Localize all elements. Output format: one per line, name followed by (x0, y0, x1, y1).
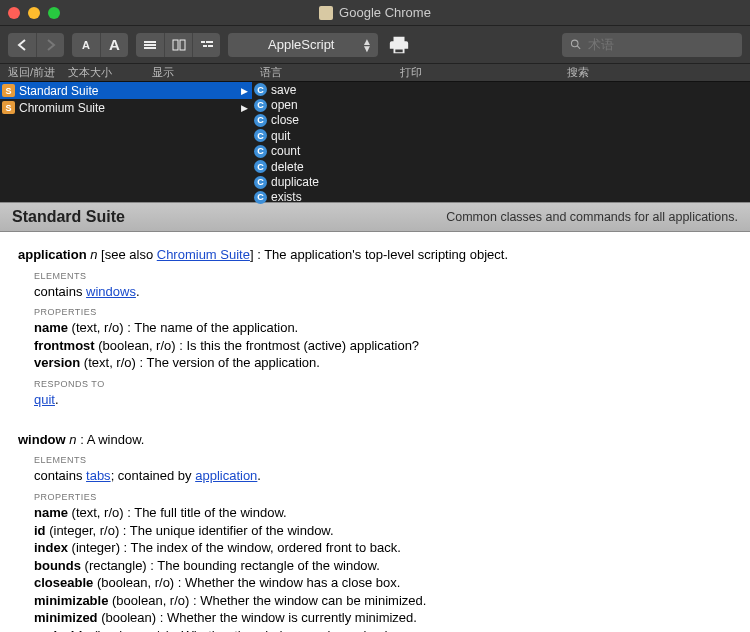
command-badge-icon: C (254, 129, 267, 142)
chevron-updown-icon: ▲▼ (362, 38, 372, 52)
responds-link[interactable]: quit (34, 392, 55, 407)
property-line: resizable (boolean, r/o) : Whether the w… (34, 627, 732, 632)
command-name: quit (271, 129, 290, 143)
label-language: 语言 (260, 65, 400, 80)
command-name: exists (271, 190, 302, 204)
traffic-lights (8, 7, 60, 19)
svg-rect-7 (203, 45, 207, 47)
class-headline: window n : A window. (18, 431, 732, 449)
elements-label: ELEMENTS (34, 454, 732, 466)
suite-row[interactable]: SStandard Suite▶ (0, 82, 252, 99)
property-line: name (text, r/o) : The full title of the… (34, 504, 732, 522)
close-window-button[interactable] (8, 7, 20, 19)
property-line: id (integer, r/o) : The unique identifie… (34, 522, 732, 540)
command-badge-icon: C (254, 191, 267, 204)
elements-link[interactable]: application (195, 468, 257, 483)
view-columns-button[interactable] (164, 33, 192, 57)
chevron-right-icon: ▶ (241, 86, 248, 96)
command-name: open (271, 98, 298, 112)
app-icon (319, 6, 333, 20)
elements-line: contains windows. (34, 283, 732, 301)
zoom-window-button[interactable] (48, 7, 60, 19)
command-row[interactable]: Cexists (252, 190, 750, 205)
view-list-button[interactable] (136, 33, 164, 57)
svg-rect-2 (144, 47, 156, 49)
suites-column: SStandard Suite▶SChromium Suite▶ (0, 82, 252, 202)
toolbar-labels: 返回/前进 文本大小 显示 语言 打印 搜索 (0, 64, 750, 82)
view-segment (136, 33, 220, 57)
command-row[interactable]: Ccount (252, 144, 750, 159)
search-input[interactable] (588, 37, 734, 52)
window-title-text: Google Chrome (339, 5, 431, 20)
doc-body: application n [see also Chromium Suite] … (0, 232, 750, 632)
suite-badge-icon: S (2, 101, 15, 114)
elements-label: ELEMENTS (34, 270, 732, 282)
properties-label: PROPERTIES (34, 491, 732, 503)
svg-rect-0 (144, 41, 156, 43)
elements-link[interactable]: windows (86, 284, 136, 299)
command-name: delete (271, 160, 304, 174)
svg-rect-5 (201, 41, 205, 43)
print-button[interactable] (386, 33, 412, 57)
suite-name: Standard Suite (19, 84, 98, 98)
svg-rect-3 (173, 40, 178, 50)
elements-line: contains tabs; contained by application. (34, 467, 732, 485)
property-line: index (integer) : The index of the windo… (34, 539, 732, 557)
search-field[interactable] (562, 33, 742, 57)
label-nav: 返回/前进 (8, 65, 68, 80)
doc-header: Standard Suite Common classes and comman… (0, 202, 750, 232)
label-print: 打印 (400, 65, 556, 80)
responds-line: quit. (34, 391, 732, 409)
label-textsize: 文本大小 (68, 65, 152, 80)
command-badge-icon: C (254, 145, 267, 158)
browser-columns: SStandard Suite▶SChromium Suite▶ CsaveCo… (0, 82, 750, 202)
printer-icon (388, 34, 410, 56)
property-line: bounds (rectangle) : The bounding rectan… (34, 557, 732, 575)
command-row[interactable]: Cdelete (252, 159, 750, 174)
label-view: 显示 (152, 65, 260, 80)
command-row[interactable]: Cduplicate (252, 174, 750, 189)
command-row[interactable]: Copen (252, 97, 750, 112)
property-line: name (text, r/o) : The name of the appli… (34, 319, 732, 337)
command-badge-icon: C (254, 83, 267, 96)
search-icon (570, 38, 582, 51)
commands-column: CsaveCopenCcloseCquitCcountCdeleteCdupli… (252, 82, 750, 202)
elements-link[interactable]: tabs (86, 468, 111, 483)
properties-label: PROPERTIES (34, 306, 732, 318)
svg-rect-6 (206, 41, 213, 43)
property-line: version (text, r/o) : The version of the… (34, 354, 732, 372)
language-value: AppleScript (268, 37, 334, 52)
command-badge-icon: C (254, 160, 267, 173)
command-name: count (271, 144, 300, 158)
see-also-link[interactable]: Chromium Suite (157, 247, 250, 262)
suite-row[interactable]: SChromium Suite▶ (0, 99, 252, 116)
command-row[interactable]: Cclose (252, 113, 750, 128)
svg-line-10 (577, 46, 580, 49)
svg-rect-4 (180, 40, 185, 50)
label-search: 搜索 (556, 65, 750, 80)
view-outline-button[interactable] (192, 33, 220, 57)
text-size-segment: A A (72, 33, 128, 57)
suite-title: Standard Suite (12, 208, 125, 226)
text-larger-button[interactable]: A (100, 33, 128, 57)
text-smaller-button[interactable]: A (72, 33, 100, 57)
command-row[interactable]: Cquit (252, 128, 750, 143)
nav-segment (8, 33, 64, 57)
back-button[interactable] (8, 33, 36, 57)
command-name: save (271, 83, 296, 97)
svg-rect-1 (144, 44, 156, 46)
command-badge-icon: C (254, 176, 267, 189)
command-row[interactable]: Csave (252, 82, 750, 97)
forward-button[interactable] (36, 33, 64, 57)
language-select[interactable]: AppleScript ▲▼ (228, 33, 378, 57)
window-titlebar: Google Chrome (0, 0, 750, 26)
command-badge-icon: C (254, 114, 267, 127)
class-headline: application n [see also Chromium Suite] … (18, 246, 732, 264)
suite-badge-icon: S (2, 84, 15, 97)
property-line: minimizable (boolean, r/o) : Whether the… (34, 592, 732, 610)
chevron-right-icon: ▶ (241, 103, 248, 113)
property-line: frontmost (boolean, r/o) : Is this the f… (34, 337, 732, 355)
property-line: closeable (boolean, r/o) : Whether the w… (34, 574, 732, 592)
minimize-window-button[interactable] (28, 7, 40, 19)
suite-name: Chromium Suite (19, 101, 105, 115)
